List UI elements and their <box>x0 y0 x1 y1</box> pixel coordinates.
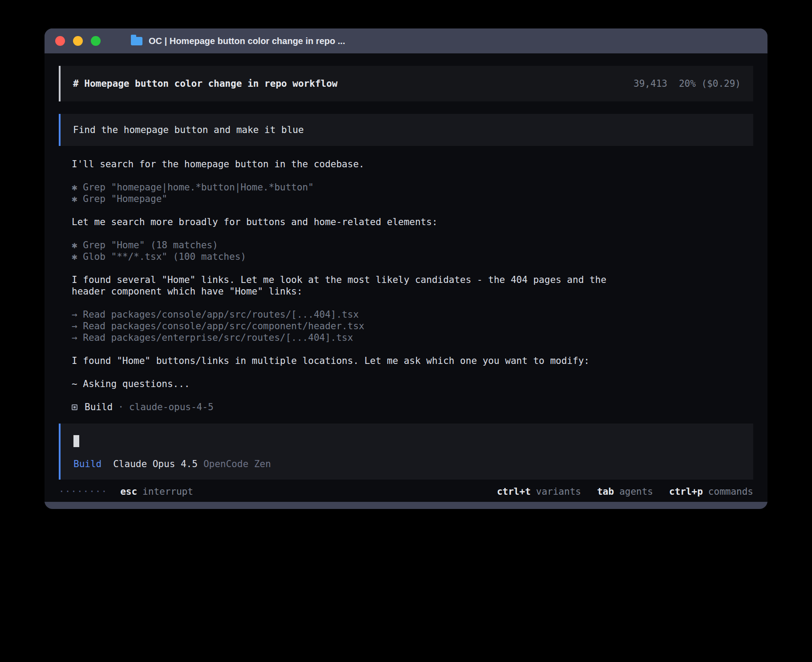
input-meta: Build Claude Opus 4.5 OpenCode Zen <box>73 458 741 470</box>
esc-key-hint: esc <box>120 486 137 497</box>
title-bar: OC | Homepage button color change in rep… <box>45 28 767 53</box>
status-right: ctrl+t variants tab agents ctrl+p comman… <box>497 486 753 497</box>
agent-icon <box>72 404 77 410</box>
session-title: # Homepage button color change in repo w… <box>73 78 337 89</box>
progress-dots: ········ <box>59 486 107 497</box>
user-message-text: Find the homepage button and make it blu… <box>73 125 304 135</box>
provider-label: OpenCode Zen <box>203 458 271 470</box>
token-count: 39,413 <box>633 78 667 89</box>
tool-call-read: → Read packages/console/app/src/componen… <box>72 320 739 332</box>
tool-call-read: → Read packages/enterprise/src/routes/[.… <box>72 332 739 343</box>
minimize-button[interactable] <box>73 36 83 46</box>
shortcut-key: ctrl+p <box>669 486 703 497</box>
agent-separator: · <box>118 401 124 413</box>
shortcut-label: agents <box>619 486 653 497</box>
tool-call-grep: ✱ Grep "Homepage" <box>72 193 739 205</box>
agent-row: Build · claude-opus-4-5 <box>72 401 739 413</box>
traffic-lights <box>52 36 101 46</box>
tool-call-group: → Read packages/console/app/src/routes/[… <box>72 309 739 343</box>
working-status: ~ Asking questions... <box>72 378 629 390</box>
tool-call-read: → Read packages/console/app/src/routes/[… <box>72 309 739 320</box>
window-title: OC | Homepage button color change in rep… <box>149 36 345 46</box>
assistant-transcript: I'll search for the homepage button in t… <box>59 158 753 413</box>
assistant-text: I found several "Home" links. Let me loo… <box>72 274 629 297</box>
status-left: ········ esc interrupt <box>59 486 193 497</box>
tool-call-glob: ✱ Glob "**/*.tsx" (100 matches) <box>72 251 739 262</box>
context-usage: 20% ($0.29) <box>679 78 741 89</box>
zoom-button[interactable] <box>91 36 101 46</box>
shortcut-label: variants <box>536 486 581 497</box>
shortcut-variants: ctrl+t variants <box>497 486 581 497</box>
desktop: { "window": { "title": "OC | Homepage bu… <box>0 0 812 662</box>
shortcut-commands: ctrl+p commands <box>669 486 753 497</box>
user-message: Find the homepage button and make it blu… <box>59 114 753 146</box>
tool-call-grep: ✱ Grep "Home" (18 matches) <box>72 239 739 251</box>
tool-call-grep: ✱ Grep "homepage|home.*button|Home.*butt… <box>72 182 739 193</box>
assistant-text: I'll search for the homepage button in t… <box>72 158 629 170</box>
prompt-input[interactable]: Build Claude Opus 4.5 OpenCode Zen <box>59 424 753 480</box>
assistant-text: I found "Home" buttons/links in multiple… <box>72 355 629 367</box>
terminal-content: # Homepage button color change in repo w… <box>45 53 767 502</box>
terminal-window: OC | Homepage button color change in rep… <box>45 28 767 509</box>
text-cursor <box>73 435 79 447</box>
tool-call-group: ✱ Grep "homepage|home.*button|Home.*butt… <box>72 182 739 205</box>
assistant-text: Let me search more broadly for buttons a… <box>72 216 629 228</box>
esc-key-label: interrupt <box>142 486 193 497</box>
agent-model: claude-opus-4-5 <box>129 401 214 413</box>
agent-mode-label: Build <box>73 458 102 470</box>
folder-icon <box>131 37 142 45</box>
shortcut-agents: tab agents <box>597 486 653 497</box>
shortcut-key: tab <box>597 486 614 497</box>
shortcut-label: commands <box>708 486 753 497</box>
session-stats: 39,413 20% ($0.29) <box>633 78 741 89</box>
shortcut-key: ctrl+t <box>497 486 531 497</box>
model-label: Claude Opus 4.5 <box>113 458 198 470</box>
close-button[interactable] <box>55 36 65 46</box>
agent-name: Build <box>85 401 113 413</box>
tool-call-group: ✱ Grep "Home" (18 matches) ✱ Glob "**/*.… <box>72 239 739 262</box>
session-header: # Homepage button color change in repo w… <box>59 66 753 101</box>
status-bar: ········ esc interrupt ctrl+t variants t… <box>59 480 753 502</box>
